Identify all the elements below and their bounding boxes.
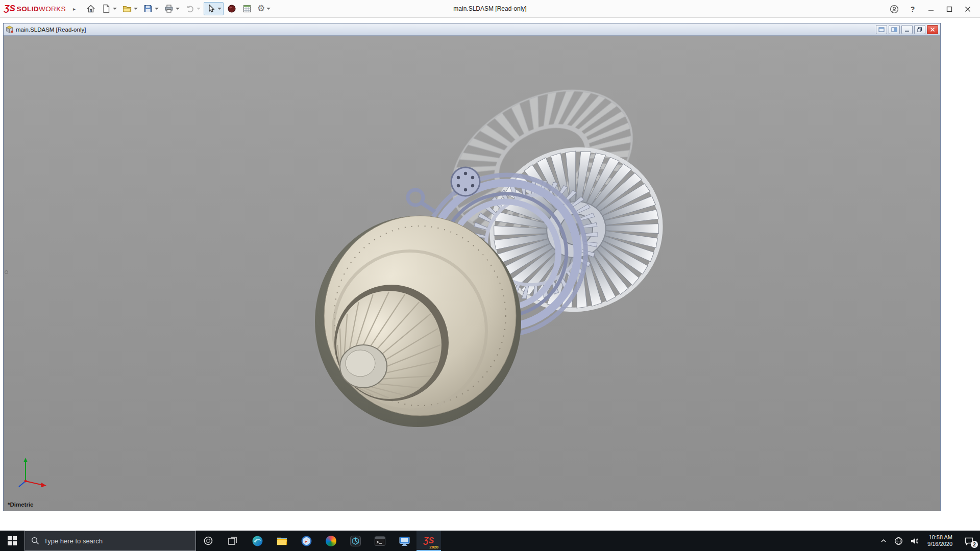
cortana-button[interactable] xyxy=(196,531,220,551)
workspace: main.SLDASM [Read-only] xyxy=(0,18,980,531)
view-orientation-label: *Dimetric xyxy=(8,502,34,508)
app-photos[interactable] xyxy=(318,531,343,551)
open-folder-icon xyxy=(122,4,132,14)
save-dropdown-caret[interactable] xyxy=(155,8,159,10)
undo-dropdown-caret[interactable] xyxy=(197,8,201,10)
app-browser[interactable] xyxy=(294,531,318,551)
select-tool-button[interactable] xyxy=(204,2,224,15)
doc-minimize-button[interactable] xyxy=(901,25,913,34)
engine-3d-model[interactable] xyxy=(4,36,940,511)
display-app-icon xyxy=(399,535,410,547)
undo-button[interactable] xyxy=(183,2,203,15)
windows-taskbar: ƷS 2020 xyxy=(0,531,980,551)
doc-pane-button-1[interactable] xyxy=(876,25,887,34)
maximize-button[interactable] xyxy=(941,2,958,16)
taskbar-clock[interactable]: 10:58 AM 9/16/2020 xyxy=(922,531,958,551)
app-display[interactable] xyxy=(392,531,416,551)
app-titlebar: ƷS SOLID WORKS ▸ xyxy=(0,0,980,18)
home-icon xyxy=(86,4,96,14)
network-button[interactable] xyxy=(891,531,906,551)
start-button[interactable] xyxy=(0,531,24,551)
solidworks-logo: ƷS SOLID WORKS xyxy=(4,4,66,14)
print-icon xyxy=(164,4,174,14)
solidworks-desktop: ƷS SOLID WORKS ▸ xyxy=(0,0,980,551)
document-window-controls xyxy=(876,25,938,34)
search-input[interactable] xyxy=(44,537,177,545)
tray-chevron-icon xyxy=(880,537,887,544)
sphere-icon xyxy=(227,4,237,14)
app-file-explorer[interactable] xyxy=(270,531,294,551)
terminal-app-icon xyxy=(374,535,386,547)
expand-arrow-icon[interactable]: ▸ xyxy=(73,6,76,12)
pane-icon xyxy=(878,27,885,32)
lifting-eyelet xyxy=(408,190,435,212)
pane-icon xyxy=(891,27,897,32)
photos-icon xyxy=(326,536,336,546)
app-dark-cube[interactable] xyxy=(343,531,368,551)
titlebar-right-controls: ? xyxy=(886,0,980,18)
help-icon: ? xyxy=(911,5,915,13)
task-view-button[interactable] xyxy=(220,531,245,551)
logo-mark: ƷS xyxy=(4,4,15,14)
task-view-icon xyxy=(228,536,238,546)
edge-icon xyxy=(252,535,263,547)
doc-close-button[interactable] xyxy=(927,25,938,34)
solidworks-year-badge: 2020 xyxy=(429,545,438,549)
app-edge[interactable] xyxy=(245,531,270,551)
new-document-button[interactable] xyxy=(99,2,119,15)
document-title: main.SLDASM [Read-only] xyxy=(16,27,86,33)
feature-pane-collapse-marker[interactable] xyxy=(5,270,8,274)
home-button[interactable] xyxy=(84,2,98,15)
tray-show-hidden-button[interactable] xyxy=(876,531,891,551)
report-button[interactable] xyxy=(240,2,254,15)
logo-bold: SOLID xyxy=(17,5,39,13)
network-icon xyxy=(894,537,903,545)
action-center-button[interactable]: 2 xyxy=(958,531,980,551)
help-button[interactable]: ? xyxy=(904,2,921,16)
minimize-icon xyxy=(928,6,934,12)
new-document-icon xyxy=(101,4,111,14)
settings-dropdown-caret[interactable] xyxy=(266,8,271,10)
app-terminal[interactable] xyxy=(368,531,392,551)
main-toolbar: ƷS SOLID WORKS ▸ xyxy=(0,2,273,15)
open-button[interactable] xyxy=(120,2,140,15)
close-icon xyxy=(965,6,971,12)
save-icon xyxy=(143,4,153,14)
doc-restore-button[interactable] xyxy=(914,25,925,34)
save-button[interactable] xyxy=(141,2,161,15)
app-solidworks[interactable]: ƷS 2020 xyxy=(416,531,441,551)
document-titlebar[interactable]: main.SLDASM [Read-only] xyxy=(4,23,940,36)
maximize-icon xyxy=(946,6,952,12)
clock-date: 9/16/2020 xyxy=(927,541,952,547)
volume-icon xyxy=(910,537,919,545)
report-table-icon xyxy=(242,4,252,14)
account-button[interactable] xyxy=(886,2,902,16)
doc-pane-button-2[interactable] xyxy=(889,25,900,34)
account-icon xyxy=(890,5,899,14)
doc-minimize-icon xyxy=(904,27,910,32)
new-dropdown-caret[interactable] xyxy=(113,8,117,10)
file-explorer-icon xyxy=(276,535,288,547)
solidworks-app-icon: ƷS xyxy=(424,536,434,545)
notification-badge: 2 xyxy=(971,541,978,548)
open-dropdown-caret[interactable] xyxy=(134,8,138,10)
start-icon xyxy=(8,536,17,545)
logo-light: WORKS xyxy=(39,5,66,13)
volume-button[interactable] xyxy=(906,531,922,551)
doc-close-icon xyxy=(930,27,935,32)
minimize-button[interactable] xyxy=(923,2,939,16)
select-dropdown-caret[interactable] xyxy=(217,8,222,10)
taskbar-search[interactable] xyxy=(24,531,196,551)
print-dropdown-caret[interactable] xyxy=(176,8,180,10)
document-window: main.SLDASM [Read-only] xyxy=(3,23,941,511)
print-button[interactable] xyxy=(162,2,182,15)
browser-compass-icon xyxy=(301,535,312,547)
graphics-viewport[interactable]: *Dimetric xyxy=(4,36,940,511)
clock-time: 10:58 AM xyxy=(929,534,952,541)
close-button[interactable] xyxy=(960,2,976,16)
settings-gear-icon: ⚙ xyxy=(257,4,265,14)
sphere-tool-button[interactable] xyxy=(225,2,239,15)
settings-button[interactable]: ⚙ xyxy=(255,2,273,15)
cortana-icon xyxy=(203,536,213,546)
select-cursor-icon xyxy=(206,4,216,14)
